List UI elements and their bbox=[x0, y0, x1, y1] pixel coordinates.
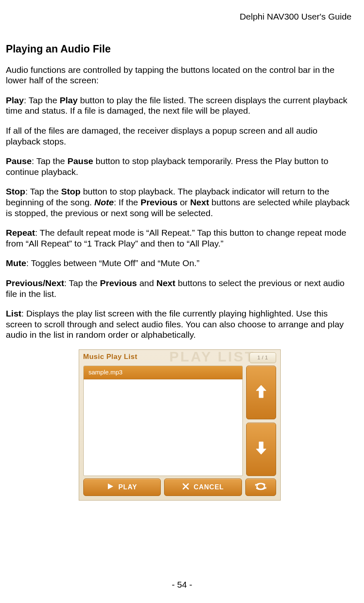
document-header-title: Delphi NAV300 User's Guide bbox=[239, 12, 352, 22]
pause-paragraph: Pause: Tap the Pause button to stop play… bbox=[6, 156, 353, 177]
stop-paragraph: Stop: Tap the Stop button to stop playba… bbox=[6, 186, 353, 218]
scroll-buttons bbox=[246, 366, 276, 476]
text: : Tap the bbox=[24, 95, 60, 105]
text: and bbox=[137, 278, 157, 288]
repeat-paragraph: Repeat: The default repeat mode is “All … bbox=[6, 227, 353, 249]
page-content: Playing an Audio File Audio functions ar… bbox=[6, 42, 353, 501]
device-screenshot: PLAY LIST Music Play List 1 / 1 sample.m… bbox=[79, 349, 281, 501]
cancel-button-label: CANCEL bbox=[194, 483, 224, 491]
prevnext-label: Previous/Next bbox=[6, 278, 64, 288]
play-bold: Play bbox=[60, 95, 77, 105]
text: : If the bbox=[114, 197, 140, 207]
text: : Toggles between “Mute Off” and “Mute O… bbox=[26, 258, 199, 268]
music-play-list-screen: PLAY LIST Music Play List 1 / 1 sample.m… bbox=[79, 349, 281, 501]
next-bold: Next bbox=[190, 197, 209, 207]
arrow-down-icon bbox=[255, 441, 267, 458]
text: : Tap the bbox=[64, 278, 100, 288]
play-button-label: PLAY bbox=[118, 483, 137, 491]
list-label: List bbox=[6, 309, 21, 318]
stop-label: Stop bbox=[6, 187, 25, 196]
close-icon bbox=[182, 483, 189, 492]
mute-label: Mute bbox=[6, 258, 26, 268]
play-icon bbox=[107, 483, 114, 492]
pause-bold: Pause bbox=[67, 156, 93, 166]
cancel-button[interactable]: CANCEL bbox=[164, 478, 242, 496]
intro-paragraph: Audio functions are controlled by tappin… bbox=[6, 65, 353, 86]
note-label: Note bbox=[95, 197, 114, 207]
list-paragraph: List: Displays the play list screen with… bbox=[6, 308, 353, 340]
text: : Displays the play list screen with the… bbox=[6, 309, 344, 339]
next-bold: Next bbox=[157, 278, 176, 288]
repeat-label: Repeat bbox=[6, 228, 35, 237]
scroll-down-button[interactable] bbox=[246, 423, 276, 476]
shuffle-icon bbox=[254, 482, 267, 493]
play-note-paragraph: If all of the files are damaged, the rec… bbox=[6, 125, 353, 147]
play-paragraph: Play: Tap the Play button to play the fi… bbox=[6, 95, 353, 116]
pause-label: Pause bbox=[6, 156, 32, 166]
play-button[interactable]: PLAY bbox=[83, 478, 161, 496]
stop-bold: Stop bbox=[61, 187, 81, 196]
text: or bbox=[177, 197, 190, 207]
section-heading: Playing an Audio File bbox=[6, 42, 353, 55]
playlist-area[interactable]: sample.mp3 bbox=[83, 366, 243, 476]
text: : Tap the bbox=[25, 187, 61, 196]
text: : The default repeat mode is “All Repeat… bbox=[6, 228, 347, 248]
previous-bold: Previous bbox=[100, 278, 137, 288]
shuffle-button[interactable] bbox=[245, 478, 276, 496]
arrow-up-icon bbox=[255, 384, 267, 401]
mute-paragraph: Mute: Toggles between “Mute Off” and “Mu… bbox=[6, 258, 353, 269]
text: : Tap the bbox=[32, 156, 67, 166]
page-indicator: 1 / 1 bbox=[249, 352, 276, 363]
bottom-bar: PLAY CANCEL bbox=[83, 478, 276, 496]
prevnext-paragraph: Previous/Next: Tap the Previous and Next… bbox=[6, 278, 353, 299]
scroll-up-button[interactable] bbox=[246, 366, 276, 419]
play-label: Play bbox=[6, 95, 24, 105]
page-number: - 54 - bbox=[0, 580, 364, 590]
previous-bold: Previous bbox=[140, 197, 177, 207]
playlist-item-current[interactable]: sample.mp3 bbox=[84, 366, 242, 379]
